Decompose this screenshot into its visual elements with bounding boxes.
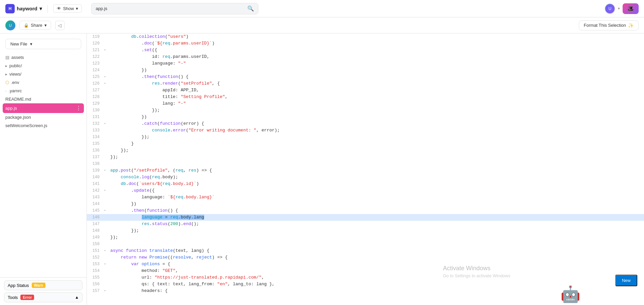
code-line[interactable]: res.render("setProfile", { xyxy=(108,80,644,87)
sidebar-item-public[interactable]: ▸ public/ xyxy=(3,62,84,70)
fold-indicator[interactable]: ▾ xyxy=(104,167,108,174)
fold-indicator[interactable]: ▾ xyxy=(104,247,108,254)
new-file-button[interactable]: New File ▾ xyxy=(5,39,81,49)
fold-indicator[interactable] xyxy=(104,60,108,67)
hat-icon[interactable]: 🎩 xyxy=(623,3,639,14)
code-line[interactable]: id: req.params.userID, xyxy=(108,54,644,60)
code-line[interactable]: .then(function() { xyxy=(108,207,644,214)
code-line[interactable]: }); xyxy=(108,227,644,234)
code-line[interactable]: .then(function() { xyxy=(108,74,644,80)
fold-indicator[interactable] xyxy=(104,268,108,274)
sidebar-item-packagejson[interactable]: package.json xyxy=(3,113,84,121)
code-line[interactable]: } xyxy=(108,140,644,147)
app-status-badge[interactable]: App Status Warn xyxy=(4,280,83,290)
code-line[interactable]: console.error("Error writing document: "… xyxy=(108,127,644,134)
code-line[interactable]: language: "-" xyxy=(108,60,644,67)
fold-indicator[interactable] xyxy=(104,33,108,40)
code-line[interactable]: console.log(req.body); xyxy=(108,174,644,181)
code-line[interactable]: }) xyxy=(108,201,644,207)
code-line[interactable]: .doc(`${req.params.userID}`) xyxy=(108,40,644,47)
code-line[interactable]: }); xyxy=(108,147,644,154)
fold-indicator[interactable] xyxy=(104,201,108,207)
sidebar-item-yarnrc[interactable]: · .yarnrc xyxy=(3,87,84,95)
app-logo[interactable]: H hayword ▾ xyxy=(5,4,42,13)
code-line[interactable] xyxy=(108,161,644,167)
code-line[interactable] xyxy=(108,241,644,247)
code-line[interactable]: language = req.body.lang xyxy=(108,214,644,221)
fold-indicator[interactable] xyxy=(104,154,108,161)
code-line[interactable]: }) xyxy=(108,114,644,120)
code-line[interactable]: appId: APP_ID, xyxy=(108,87,644,94)
sidebar-item-assets[interactable]: ▤ assets xyxy=(3,53,84,62)
fold-indicator[interactable]: ▾ xyxy=(104,288,108,294)
fold-indicator[interactable]: ▾ xyxy=(104,261,108,268)
sidebar-item-readme[interactable]: README.md xyxy=(3,95,84,103)
tools-row[interactable]: Tools Error ▲ xyxy=(4,292,83,302)
fold-indicator[interactable] xyxy=(104,241,108,247)
fold-indicator[interactable] xyxy=(104,214,108,221)
format-selection-button[interactable]: Format This Selection ✨ xyxy=(579,20,639,30)
code-line[interactable]: .update({ xyxy=(108,187,644,194)
sidebar-item-views[interactable]: ▸ views/ xyxy=(3,70,84,78)
fold-indicator[interactable] xyxy=(104,174,108,181)
fold-indicator[interactable]: ▾ xyxy=(104,47,108,54)
fold-indicator[interactable] xyxy=(104,114,108,120)
search-input[interactable] xyxy=(96,6,247,11)
fold-indicator[interactable]: ▾ xyxy=(104,74,108,80)
code-line[interactable]: .catch(function(error) { xyxy=(108,120,644,127)
code-line[interactable]: return new Promise((resolve, reject) => … xyxy=(108,254,644,261)
share-button[interactable]: 🔒 Share ▾ xyxy=(19,21,51,30)
code-line[interactable]: async function translate(text, lang) { xyxy=(108,247,644,254)
fold-indicator[interactable] xyxy=(104,127,108,134)
sidebar-item-env[interactable]: ⬡ .env xyxy=(3,78,84,87)
code-line[interactable]: }); xyxy=(108,234,644,241)
code-line[interactable]: lang: "-" xyxy=(108,100,644,107)
code-scroll[interactable]: 119 db.collection("users")120 .doc(`${re… xyxy=(87,33,644,305)
search-bar[interactable]: 🔍 xyxy=(91,3,258,14)
user-avatar[interactable]: U xyxy=(605,3,615,14)
fold-indicator[interactable] xyxy=(104,107,108,114)
fold-indicator[interactable] xyxy=(104,281,108,288)
fold-indicator[interactable]: ▾ xyxy=(104,207,108,214)
show-button[interactable]: 👁 Show ▾ xyxy=(53,4,82,13)
windows-activate-new-button[interactable]: New xyxy=(615,275,637,286)
fold-indicator[interactable] xyxy=(104,234,108,241)
code-line[interactable]: url: "https://just-translated.p.rapidapi… xyxy=(108,274,644,281)
fold-indicator[interactable] xyxy=(104,40,108,47)
fold-indicator[interactable] xyxy=(104,161,108,167)
code-line[interactable]: res.status(200).end(); xyxy=(108,221,644,227)
fold-indicator[interactable] xyxy=(104,194,108,201)
fold-indicator[interactable] xyxy=(104,254,108,261)
fold-indicator[interactable] xyxy=(104,227,108,234)
fold-indicator[interactable] xyxy=(104,140,108,147)
fold-indicator[interactable] xyxy=(104,221,108,227)
code-line[interactable]: db.collection("users") xyxy=(108,33,644,40)
fold-indicator[interactable] xyxy=(104,94,108,100)
code-line[interactable]: }); xyxy=(108,134,644,140)
code-line[interactable]: }) xyxy=(108,67,644,74)
code-line[interactable]: db.doc(`users/${req.body.id}`) xyxy=(108,181,644,187)
fold-indicator[interactable] xyxy=(104,147,108,154)
more-icon[interactable]: ⋮ xyxy=(76,105,81,111)
fold-indicator[interactable] xyxy=(104,181,108,187)
collapse-sidebar-button[interactable]: ◁ xyxy=(55,21,65,30)
fold-indicator[interactable]: ▾ xyxy=(104,80,108,87)
code-line[interactable]: app.post("/setProfile", (req, res) => { xyxy=(108,167,644,174)
fold-indicator[interactable]: ▾ xyxy=(104,187,108,194)
sidebar-item-setwelcome[interactable]: setWelcomeScreen.js xyxy=(3,121,84,130)
code-line[interactable]: title: "Setting Profile", xyxy=(108,94,644,100)
fold-indicator[interactable] xyxy=(104,134,108,140)
code-line[interactable]: }); xyxy=(108,107,644,114)
code-line[interactable]: .set({ xyxy=(108,47,644,54)
code-line[interactable]: language: `${req.body.lang}` xyxy=(108,194,644,201)
sidebar-item-appjs[interactable]: app.js ⋮ xyxy=(3,103,84,113)
fold-indicator[interactable] xyxy=(104,100,108,107)
user-avatar-secondary[interactable]: U xyxy=(5,20,15,30)
fold-indicator[interactable]: ▾ xyxy=(104,120,108,127)
code-line[interactable]: var options = { xyxy=(108,261,644,268)
code-line[interactable]: method: "GET", xyxy=(108,268,644,274)
code-line[interactable]: }); xyxy=(108,154,644,161)
fold-indicator[interactable] xyxy=(104,54,108,60)
fold-indicator[interactable] xyxy=(104,87,108,94)
fold-indicator[interactable] xyxy=(104,274,108,281)
